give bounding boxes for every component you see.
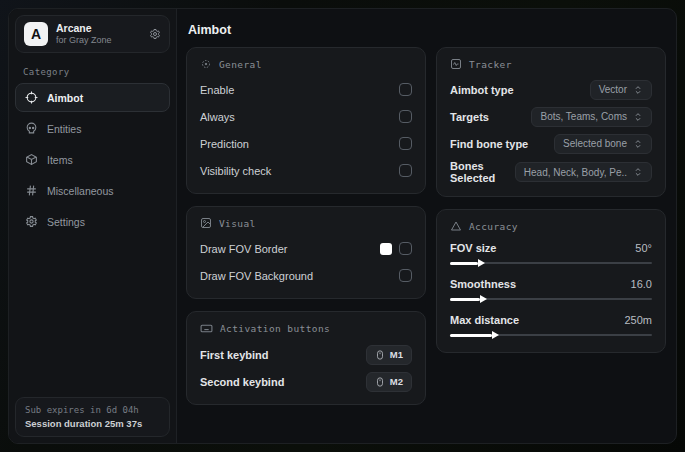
max-distance-value: 250m <box>624 314 652 326</box>
sidebar-item-label: Items <box>47 154 73 166</box>
setting-row-prediction: Prediction <box>200 133 412 154</box>
section-title: Accuracy <box>469 221 518 232</box>
sidebar-item-miscellaneous[interactable]: Miscellaneous <box>15 176 170 205</box>
always-checkbox[interactable] <box>399 110 412 123</box>
app-header: A Arcane for Gray Zone <box>15 15 170 53</box>
section-title: Tracker <box>469 59 512 70</box>
setting-row-enable: Enable <box>200 79 412 100</box>
fov-size-slider[interactable] <box>450 258 652 268</box>
find-bone-type-dropdown[interactable]: Selected bone <box>554 134 652 154</box>
smoothness-value: 16.0 <box>631 278 652 290</box>
draw-fov-border-checkbox[interactable] <box>399 242 412 255</box>
setting-row-aimbot-type: Aimbot type Vector <box>450 79 652 100</box>
visual-card: Visual Draw FOV Border Draw FOV Backgrou… <box>186 206 426 299</box>
sidebar: A Arcane for Gray Zone Category Aimbot <box>9 9 177 443</box>
aimbot-type-dropdown[interactable]: Vector <box>590 80 652 100</box>
setting-row-first-keybind: First keybind M1 <box>200 344 412 365</box>
activation-buttons-card: Activation buttons First keybind M1 Seco… <box>186 311 426 405</box>
sidebar-item-settings[interactable]: Settings <box>15 207 170 236</box>
section-title: Activation buttons <box>220 323 330 334</box>
max-distance-slider[interactable] <box>450 330 652 340</box>
image-icon <box>200 217 212 229</box>
section-title: General <box>219 59 262 70</box>
app-name: Arcane <box>56 22 112 35</box>
bones-selected-dropdown[interactable]: Head, Neck, Body, Pe.. <box>515 162 652 182</box>
sidebar-item-items[interactable]: Items <box>15 145 170 174</box>
fov-border-color-swatch[interactable] <box>380 243 392 255</box>
chevrons-up-down-icon <box>633 112 643 122</box>
setting-row-find-bone-type: Find bone type Selected bone <box>450 133 652 154</box>
accuracy-card: Accuracy FOV size 50° <box>436 209 666 353</box>
category-label: Category <box>23 67 164 77</box>
fov-size-value: 50° <box>635 242 652 254</box>
box-icon <box>25 153 38 166</box>
visibility-check-checkbox[interactable] <box>399 164 412 177</box>
page-title: Aimbot <box>188 23 666 37</box>
tracker-card: Tracker Aimbot type Vector Targets <box>436 47 666 197</box>
main-content: Aimbot General Enable Alw <box>177 9 676 443</box>
chevrons-up-down-icon <box>633 167 643 177</box>
setting-row-visibility-check: Visibility check <box>200 160 412 181</box>
setting-row-second-keybind: Second keybind M2 <box>200 371 412 392</box>
setting-row-always: Always <box>200 106 412 127</box>
general-card: General Enable Always Prediction <box>186 47 426 194</box>
second-keybind-button[interactable]: M2 <box>366 372 412 392</box>
header-gear-icon[interactable] <box>149 28 161 40</box>
prediction-checkbox[interactable] <box>399 137 412 150</box>
first-keybind-button[interactable]: M1 <box>366 345 412 365</box>
triangle-icon <box>450 220 462 232</box>
activity-icon <box>450 58 462 70</box>
entities-icon <box>25 122 38 135</box>
sidebar-item-label: Settings <box>47 216 85 228</box>
targets-dropdown[interactable]: Bots, Teams, Coms <box>531 107 652 127</box>
crosshair-icon <box>200 58 212 70</box>
chevrons-up-down-icon <box>633 139 643 149</box>
mouse-icon <box>375 376 385 388</box>
setting-row-targets: Targets Bots, Teams, Coms <box>450 106 652 127</box>
sub-expires-text: Sub expires in 6d 04h <box>25 405 160 415</box>
setting-row-bones-selected: Bones Selected Head, Neck, Body, Pe.. <box>450 160 652 184</box>
enable-checkbox[interactable] <box>399 83 412 96</box>
slider-thumb[interactable] <box>480 295 487 303</box>
keyboard-icon <box>200 322 213 335</box>
session-duration-text: Session duration 25m 37s <box>25 418 160 429</box>
sidebar-item-label: Miscellaneous <box>47 185 114 197</box>
sidebar-item-aimbot[interactable]: Aimbot <box>15 83 170 112</box>
sidebar-item-label: Entities <box>47 123 81 135</box>
sidebar-item-label: Aimbot <box>47 92 83 104</box>
setting-row-fov-size: FOV size 50° <box>450 242 652 268</box>
chevrons-up-down-icon <box>633 85 643 95</box>
gear-icon <box>25 215 38 228</box>
app-subtitle: for Gray Zone <box>56 35 112 46</box>
sidebar-nav: Aimbot Entities Items Miscellaneous <box>15 83 170 236</box>
setting-row-smoothness: Smoothness 16.0 <box>450 278 652 304</box>
sidebar-item-entities[interactable]: Entities <box>15 114 170 143</box>
app-window: A Arcane for Gray Zone Category Aimbot <box>8 8 677 444</box>
setting-row-draw-fov-border: Draw FOV Border <box>200 238 412 259</box>
draw-fov-background-checkbox[interactable] <box>399 269 412 282</box>
setting-row-max-distance: Max distance 250m <box>450 314 652 340</box>
slider-thumb[interactable] <box>492 331 499 339</box>
subscription-info: Sub expires in 6d 04h Session duration 2… <box>15 397 170 437</box>
setting-row-draw-fov-background: Draw FOV Background <box>200 265 412 286</box>
section-title: Visual <box>219 218 256 229</box>
sliders-icon <box>25 184 38 197</box>
smoothness-slider[interactable] <box>450 294 652 304</box>
mouse-icon <box>375 349 385 361</box>
crosshair-icon <box>25 91 38 104</box>
app-logo: A <box>24 22 48 46</box>
slider-thumb[interactable] <box>478 259 485 267</box>
